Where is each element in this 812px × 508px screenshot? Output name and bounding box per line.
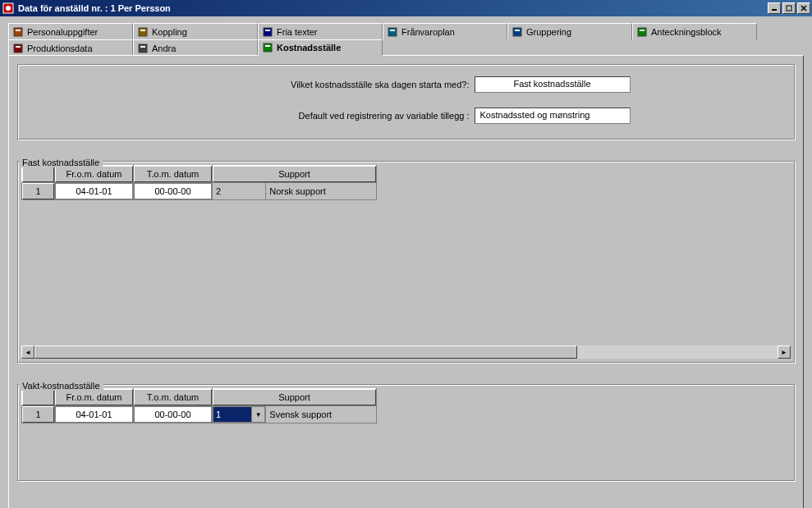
- table-row[interactable]: 1 04-01-01 00-00-00 1 ▼ Svensk support: [22, 406, 377, 423]
- maximize-button[interactable]: [782, 2, 796, 14]
- grid-fixed: Fr.o.m. datum T.o.m. datum Support 1 04-…: [21, 165, 377, 200]
- grid-fixed-legend: Fast kostnadsställe: [19, 158, 103, 167]
- table-row[interactable]: 1 04-01-01 00-00-00 2 Norsk support: [22, 183, 377, 200]
- day-start-dropdown[interactable]: Fast kostnadsställe: [475, 76, 631, 93]
- svg-rect-23: [265, 45, 270, 47]
- svg-rect-21: [140, 46, 145, 48]
- svg-rect-19: [16, 46, 21, 48]
- svg-rect-20: [139, 44, 147, 53]
- svg-rect-10: [264, 28, 272, 36]
- default-reg-label: Default ved registrering av variable til…: [182, 111, 470, 121]
- grid-vakt-legend: Vakt-kostnadsställe: [19, 381, 103, 391]
- tab-row-2: ProduktionsdataAndraKostnadsställe: [8, 39, 804, 56]
- tab-personaluppgifter[interactable]: Personaluppgifter: [8, 23, 133, 39]
- tab-kostnadsst-lle[interactable]: Kostnadsställe: [258, 39, 383, 56]
- svg-rect-14: [513, 28, 521, 36]
- svg-rect-12: [388, 28, 397, 36]
- text-icon: [262, 26, 273, 38]
- svg-rect-3: [787, 6, 791, 11]
- svg-rect-8: [139, 28, 147, 36]
- support-desc-cell: Svensk support: [266, 406, 376, 423]
- scroll-right-button[interactable]: ►: [778, 346, 791, 359]
- support-desc-cell: Norsk support: [266, 183, 376, 199]
- tab-gruppering[interactable]: Gruppering: [507, 23, 632, 39]
- titlebar: Data för anställd nr. : 1 Per Persson: [0, 0, 812, 16]
- tab-label: Anteckningsblock: [651, 27, 722, 37]
- tab-row-1: PersonaluppgifterKopplingFria texterFrån…: [8, 23, 804, 39]
- grid-corner[interactable]: [22, 166, 54, 182]
- tab-label: Produktionsdata: [27, 43, 93, 53]
- app-icon: [2, 2, 15, 15]
- support-code-cell[interactable]: 2: [213, 183, 265, 199]
- tab-anteckningsblock[interactable]: Anteckningsblock: [632, 23, 757, 39]
- tab-label: Koppling: [152, 27, 187, 37]
- from-date-cell[interactable]: 04-01-01: [55, 183, 133, 199]
- tab-label: Kostnadsställe: [277, 43, 341, 53]
- calendar-icon: [387, 26, 398, 38]
- svg-rect-11: [265, 30, 270, 31]
- tab-label: Personaluppgifter: [27, 27, 98, 37]
- notes-icon: [636, 26, 648, 38]
- support-code-combobox[interactable]: 1 ▼: [213, 406, 265, 423]
- to-date-cell[interactable]: 00-00-00: [134, 406, 212, 423]
- col-to[interactable]: T.o.m. datum: [134, 389, 212, 405]
- tab-label: Andra: [152, 43, 176, 53]
- scroll-thumb[interactable]: [34, 346, 577, 359]
- person-card-icon: [12, 26, 24, 38]
- svg-rect-17: [640, 30, 645, 31]
- svg-rect-16: [638, 28, 646, 36]
- col-support[interactable]: Support: [213, 389, 376, 405]
- settings-groupbox: Vilket kostnadsställe ska dagen starta m…: [17, 64, 795, 140]
- tab-label: Gruppering: [526, 27, 571, 37]
- col-to[interactable]: T.o.m. datum: [134, 166, 212, 182]
- factory-icon: [12, 43, 24, 54]
- col-from[interactable]: Fr.o.m. datum: [55, 389, 133, 405]
- col-from[interactable]: Fr.o.m. datum: [55, 166, 133, 182]
- scroll-left-button[interactable]: ◄: [21, 346, 34, 359]
- svg-rect-18: [14, 44, 22, 53]
- row-selector[interactable]: 1: [22, 406, 54, 423]
- svg-rect-6: [14, 28, 22, 36]
- tab-label: Fria texter: [277, 27, 318, 37]
- money-icon: [262, 42, 273, 53]
- grid-vakt: Fr.o.m. datum T.o.m. datum Support 1 04-…: [21, 388, 377, 423]
- tab-produktionsdata[interactable]: Produktionsdata: [8, 39, 133, 56]
- svg-rect-13: [390, 30, 395, 31]
- stack-icon: [512, 26, 523, 38]
- window-title: Data för anställd nr. : 1 Per Persson: [18, 3, 768, 13]
- grid-corner[interactable]: [22, 389, 54, 405]
- svg-rect-15: [515, 30, 520, 31]
- col-support[interactable]: Support: [213, 166, 376, 182]
- minimize-button[interactable]: [768, 2, 781, 14]
- chevron-down-icon[interactable]: ▼: [251, 407, 264, 422]
- tab-andra[interactable]: Andra: [133, 39, 258, 56]
- book-icon: [137, 43, 149, 54]
- scroll-track[interactable]: [34, 346, 778, 359]
- svg-rect-7: [16, 30, 21, 31]
- day-start-label: Vilket kostnadsställe ska dagen starta m…: [182, 80, 470, 89]
- close-button[interactable]: [797, 2, 810, 14]
- tab-label: Frånvaroplan: [401, 27, 455, 37]
- svg-rect-9: [140, 30, 145, 31]
- row-selector[interactable]: 1: [22, 183, 54, 199]
- svg-rect-22: [264, 43, 272, 52]
- default-reg-dropdown[interactable]: Kostnadssted og mønstring: [475, 108, 631, 124]
- tab-koppling[interactable]: Koppling: [133, 23, 258, 39]
- link-icon: [137, 26, 149, 38]
- tab-fr-nvaroplan[interactable]: Frånvaroplan: [383, 23, 507, 39]
- to-date-cell[interactable]: 00-00-00: [134, 183, 212, 199]
- from-date-cell[interactable]: 04-01-01: [55, 406, 133, 423]
- tab-fria-texter[interactable]: Fria texter: [258, 23, 383, 39]
- svg-point-1: [6, 6, 11, 11]
